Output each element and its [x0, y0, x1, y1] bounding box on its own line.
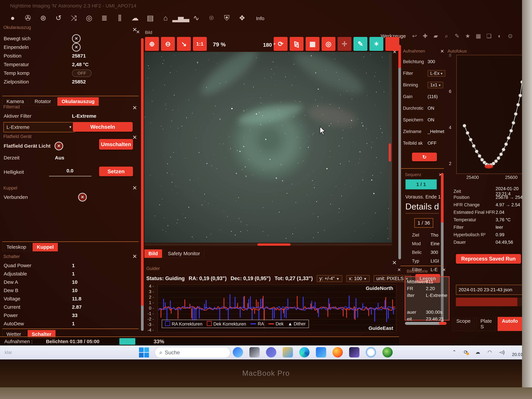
bildhistorie-scrollbar[interactable]	[405, 322, 447, 325]
sequenz-counter[interactable]: 1 / 36	[414, 218, 433, 228]
row-value[interactable]: OFF	[72, 70, 135, 77]
guider-xscale-select[interactable]: x: 100 ▼	[346, 275, 370, 282]
bing-chat-icon[interactable]	[233, 347, 243, 357]
store-icon[interactable]	[316, 347, 326, 357]
tab-scope[interactable]: Scope	[452, 317, 475, 331]
camera-icon[interactable]: ●	[5, 14, 20, 22]
tab-bild[interactable]: Bild	[144, 249, 162, 258]
loop-button[interactable]: ↻	[412, 153, 437, 161]
bildhistorie-card[interactable]: Mittelwert411FR2.20ilterL-Extremeauer300…	[405, 276, 450, 321]
tab-okularauszug[interactable]: Okularauszug	[57, 97, 99, 106]
schalter-close-icon[interactable]: ✕	[132, 253, 137, 260]
search-icon[interactable]: ⌕	[441, 33, 452, 39]
info-label[interactable]: Info	[256, 16, 264, 21]
pulse-icon[interactable]: ∿	[189, 14, 204, 22]
teams-icon[interactable]	[266, 347, 276, 357]
volume-icon[interactable]: ◅)	[499, 349, 505, 355]
flip-button[interactable]: ⧎	[290, 37, 304, 51]
telescope-icon[interactable]: ◎	[82, 14, 97, 22]
focuser-icon[interactable]: ↺	[51, 14, 66, 22]
one-to-one-button[interactable]: 1:1	[193, 37, 207, 51]
autofokus-close-icon[interactable]: ✕	[440, 49, 444, 54]
image-hscrollbar[interactable]	[144, 243, 392, 246]
tab-plate-s[interactable]: Plate S	[476, 317, 496, 331]
weather-cloud-icon[interactable]: ☁	[127, 14, 143, 22]
target-button[interactable]: ◎	[322, 37, 336, 51]
settings-icon[interactable]: ⊙	[505, 32, 516, 39]
measure-button[interactable]: ↘	[177, 37, 191, 51]
start-button[interactable]	[139, 348, 149, 357]
toggle-off-pill[interactable]: OFF	[72, 70, 92, 77]
aufnahmen-scrollbar[interactable]	[398, 45, 401, 259]
filterrad-close-icon[interactable]: ✕	[132, 104, 137, 111]
image-vscrollbar[interactable]	[389, 54, 391, 240]
add-icon[interactable]: ✚	[420, 32, 431, 39]
edge-icon[interactable]	[299, 347, 310, 357]
umschalten-button[interactable]: Umschalten	[99, 139, 133, 150]
guider-close-icon[interactable]: ✕	[392, 259, 397, 266]
row-value[interactable]: L-Ex ▾	[428, 70, 447, 77]
task-view-icon[interactable]	[249, 347, 260, 357]
star-detect-button[interactable]: ✶	[369, 37, 383, 51]
image-canvas[interactable]	[144, 52, 392, 243]
flat-panel-icon[interactable]: ▤	[143, 14, 158, 22]
tray-chevron-icon[interactable]: ⌃	[452, 349, 456, 355]
tab-safety-monitor[interactable]: Safety Monitor	[164, 249, 204, 258]
zoom-in-button[interactable]: ⊕	[145, 37, 159, 51]
undo-icon[interactable]: ↩	[409, 32, 420, 39]
note-icon[interactable]: ▰	[431, 32, 441, 39]
histogram-icon[interactable]: ▂▅▃	[173, 14, 189, 22]
switch-sliders-icon[interactable]: ⫼	[112, 14, 127, 22]
flatfield-close-icon[interactable]: ✕	[132, 134, 137, 141]
edit-icon[interactable]: ✎	[452, 32, 462, 39]
filter-wheel-icon[interactable]: ⊛	[36, 14, 51, 22]
bildhistorie-close-icon[interactable]: ✕	[442, 267, 446, 272]
wifi-icon[interactable]: ◠	[488, 349, 492, 355]
tab-kuppel[interactable]: Kuppel	[32, 243, 58, 251]
zoom-out-button[interactable]: ⊖	[161, 37, 175, 51]
tab-teleskop[interactable]: Teleskop	[2, 243, 30, 251]
bild-dock-close-icon[interactable]: ✕	[136, 29, 140, 35]
dropdown-select[interactable]: L-Ex ▾	[428, 70, 445, 77]
firefox-icon[interactable]	[332, 347, 343, 357]
guider-yscale-select[interactable]: y: +/-4" ▼	[317, 275, 342, 282]
aufnahmen-close-icon[interactable]: ✕	[393, 49, 397, 55]
guider-dock-close-icon[interactable]: ✕	[397, 267, 401, 272]
grid-button[interactable]: ▦	[306, 37, 320, 51]
rotate-button[interactable]: ⟳	[274, 37, 288, 51]
bulb-icon[interactable]: ⌾	[204, 14, 219, 22]
phd2-icon[interactable]	[382, 347, 393, 357]
moon-icon[interactable]: ◐	[494, 33, 505, 39]
annotate-button[interactable]: ✎	[354, 37, 367, 51]
crosshair-button[interactable]: ✛	[337, 37, 351, 51]
setzen-button[interactable]: Setzen	[99, 167, 133, 176]
filter-select[interactable]: L-Extreme ▼	[3, 122, 75, 132]
reprocess-button[interactable]: Reprocess Saved Run	[456, 254, 521, 264]
wechseln-button[interactable]: Wechseln	[73, 122, 133, 132]
close-view-button[interactable]	[385, 37, 399, 51]
tab-autofo[interactable]: Autofo	[498, 317, 522, 331]
plugin-icon[interactable]: ❖	[234, 14, 250, 22]
aperture-icon[interactable]: ✇	[20, 14, 36, 22]
grid-icon[interactable]: ▦	[473, 32, 484, 39]
search-input[interactable]: ⌕ Suche	[155, 347, 230, 358]
ring-app-icon[interactable]	[366, 347, 376, 357]
helligkeit-value[interactable]: 0.0	[66, 168, 74, 174]
copy-icon[interactable]: ❏	[484, 32, 494, 39]
onedrive-sync-icon[interactable]: ⟳	[464, 349, 468, 355]
tab-rotator[interactable]: Rotator	[30, 97, 55, 106]
sequence-list-icon[interactable]: ≣	[97, 14, 112, 22]
rotator-icon[interactable]: ⤨	[66, 14, 82, 22]
shield-icon[interactable]: ⛨	[219, 14, 234, 22]
sequenz-details[interactable]: Details d	[405, 202, 439, 214]
kuppel-close-icon[interactable]: ✕	[132, 184, 137, 191]
cloud-tray-icon[interactable]: ☁	[475, 349, 480, 355]
row-value[interactable]: 1x1 ▾	[428, 82, 447, 88]
explorer-icon[interactable]	[283, 347, 293, 357]
dropdown-select[interactable]: 1x1 ▾	[428, 82, 443, 88]
star-icon[interactable]: ★	[462, 32, 473, 39]
left-scrollbar[interactable]	[141, 38, 144, 331]
dome-icon[interactable]: ⌂	[158, 14, 173, 22]
af-file-field[interactable]: 2024-01-20 23-21-43 json ▾	[456, 285, 531, 295]
imaging-app-icon[interactable]	[349, 347, 359, 357]
